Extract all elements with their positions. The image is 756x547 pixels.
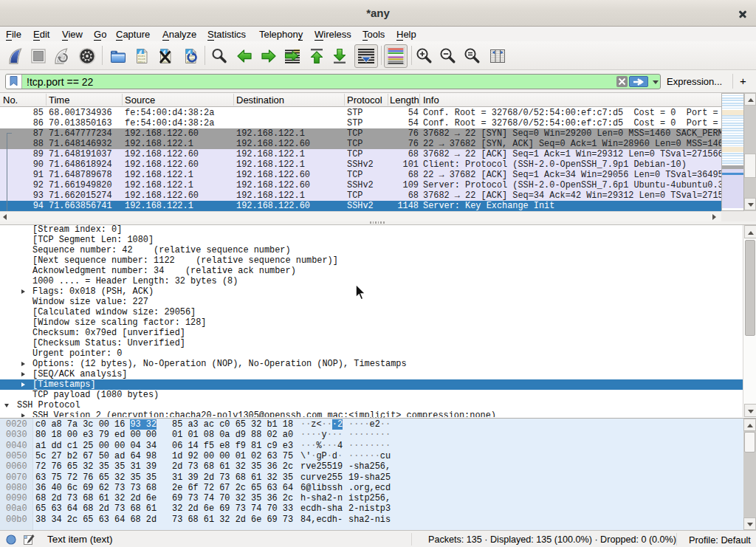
svg-text:0011: 0011 — [138, 61, 145, 63]
